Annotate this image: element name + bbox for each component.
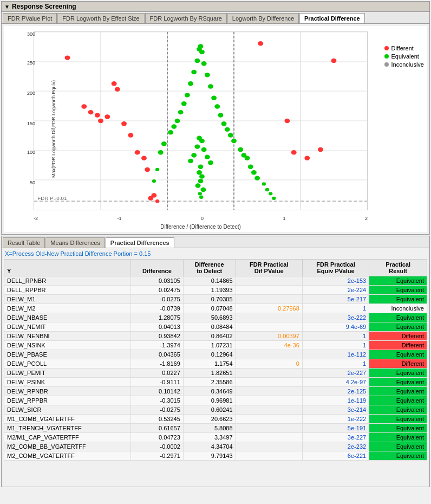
table-row: DELW_PCOLL-1.81691.175401Different [4,359,427,369]
svg-point-54 [225,127,230,132]
chart-tab-practical_difference[interactable]: Practical Difference [299,13,365,23]
cell-result: Equivalent [369,369,427,378]
cell-difference: -0.9111 [131,378,184,387]
svg-point-29 [155,199,159,203]
chart-legend: Different Equivalent Inconclusive [384,45,424,69]
cell-dtd: 0.70305 [183,295,236,304]
cell-dtd: 50.6893 [183,313,236,322]
cell-dtd: 0.96981 [183,396,236,405]
svg-point-19 [105,114,110,119]
cell-fdr-dif: 4e-36 [236,341,302,350]
cell-fdr-dif [236,396,302,405]
cell-y: DELL_RPPBR [4,286,131,295]
legend-equivalent: Equivalent [384,53,424,60]
cell-dtd: 0.12964 [183,350,236,359]
cell-difference: 0.93842 [131,332,184,341]
cell-result: Equivalent [369,322,427,332]
cell-y: M2_COMB_BB_VGATERTFF [4,442,131,451]
collapse-arrow[interactable]: ▼ [4,4,10,10]
cell-fdr-equiv: 5e-217 [302,295,369,304]
svg-point-62 [205,154,210,159]
table-row: DELW_PBASE0.043650.129641e-112Equivalent [4,350,427,359]
chart-tab-fdr_pvalue_plot[interactable]: FDR PValue Plot [3,13,57,23]
chart-tab-fdr_logworth_by_effect_size[interactable]: FDR Logworth By Effect Size [57,13,144,23]
bottom-tab-practical_differences[interactable]: Practical Differences [106,237,174,248]
subtitle-bar: X=Process Old-New Practical Difference P… [2,248,429,259]
cell-y: DELW_M1 [4,295,131,304]
panel-title-text: Response Screening [12,3,76,10]
cell-fdr-equiv: 1e-222 [302,415,369,424]
cell-y: DELW_NENBNI [4,332,131,341]
cell-y: DELW_NEMIT [4,322,131,332]
legend-inconclusive: Inconclusive [384,61,424,68]
cell-fdr-equiv: 2e-232 [302,442,369,451]
svg-point-14 [65,55,70,60]
cell-dtd: 1.19393 [183,286,236,295]
svg-point-33 [304,156,310,160]
cell-dtd: 20.6623 [183,415,236,424]
table-row: DELW_SICR-0.02750.602413e-214Equivalent [4,405,427,415]
cell-fdr-dif [236,442,302,451]
col-header-difference: Difference [131,260,184,276]
cell-fdr-dif [236,378,302,387]
cell-dtd: 0.60241 [183,405,236,415]
svg-point-50 [218,113,223,117]
cell-difference: 1.28075 [131,313,184,322]
cell-difference: 0.53245 [131,415,184,424]
cell-difference: 0.02475 [131,286,184,295]
table-row: DELW_M2-0.07390.070480.279681Inconclusiv… [4,304,427,313]
cell-dtd: 1.1754 [183,359,236,369]
cell-fdr-dif [236,451,302,461]
table-row: M1_COMB_VGATERTFF0.5324520.66231e-222Equ… [4,415,427,424]
cell-difference: 0.0227 [131,369,184,378]
svg-point-83 [272,197,276,200]
table-row: DELW_NSINK-1.39741.072314e-361Different [4,341,427,350]
cell-dtd: 0.86402 [183,332,236,341]
svg-point-51 [175,119,180,123]
chart-tab-fdr_logworth_by_rsquare[interactable]: FDR Logworth By RSquare [145,13,227,23]
response-screening-panel: ▼ Response Screening FDR PValue PlotFDR … [1,1,430,235]
cell-fdr-dif [236,424,302,433]
cell-fdr-dif [236,322,302,332]
cell-fdr-dif: 0.00397 [236,332,302,341]
cell-difference: -0.3015 [131,396,184,405]
cell-result: Different [369,359,427,369]
cell-dtd: 0.07048 [183,304,236,313]
cell-fdr-equiv: 9.4e-69 [302,322,369,332]
svg-point-56 [228,133,233,137]
cell-result: Inconclusive [369,304,427,313]
cell-difference: -0.0002 [131,442,184,451]
cell-result: Different [369,332,427,341]
chart-tab-logworth_by_difference[interactable]: Logworth By Difference [227,13,299,23]
bottom-tab-result_table[interactable]: Result Table [3,237,45,248]
cell-result: Equivalent [369,350,427,359]
cell-dtd: 9.79143 [183,451,236,461]
cell-y: DELW_M2 [4,304,131,313]
cell-difference: -1.8169 [131,359,184,369]
cell-result: Equivalent [369,387,427,396]
cell-fdr-dif [236,286,302,295]
svg-point-25 [141,156,147,160]
cell-y: DELW_RPPBR [4,396,131,405]
svg-point-17 [95,113,100,117]
svg-point-34 [318,147,323,152]
svg-point-52 [221,121,227,126]
x-axis-labels: -2 -1 0 1 2 [34,216,368,221]
svg-point-78 [251,170,257,175]
cell-result: Equivalent [369,378,427,387]
legend-dot-inconclusive [384,62,389,67]
cell-y: M1_TRENCH_VGATERTFF [4,424,131,433]
chart-plot: FDR P=0.01 [34,31,368,210]
svg-point-67 [199,174,205,178]
cell-fdr-equiv: 2e-227 [302,369,369,378]
bottom-tab-means_differences[interactable]: Means Differences [45,237,105,248]
table-container[interactable]: Y Difference Differenceto Detect FDR Pra… [2,259,429,487]
cell-y: DELW_PSINK [4,378,131,387]
svg-point-72 [199,196,203,199]
col-header-y: Y [4,260,131,276]
legend-different: Different [384,45,424,51]
cell-y: DELW_SICR [4,405,131,415]
svg-point-39 [194,59,200,63]
cell-y: DELL_RPNBR [4,276,131,286]
cell-fdr-dif [236,295,302,304]
